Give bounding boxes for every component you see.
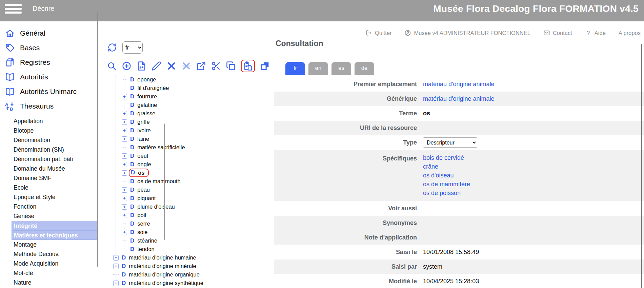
tree-node-label[interactable]: tendon — [137, 246, 154, 252]
expand-plus-icon[interactable]: + — [122, 213, 127, 218]
tree-node-label[interactable]: soie — [137, 229, 147, 235]
expand-plus-icon[interactable]: + — [122, 153, 127, 159]
contact-link[interactable]: Contact — [543, 30, 572, 36]
language-tab-de[interactable]: de — [355, 62, 374, 75]
thesaurus-category-domaine-du-musee[interactable]: Domaine du Musée — [12, 164, 97, 173]
thesaurus-category-denomination-pat-bati[interactable]: Dénomination pat. bâti — [12, 154, 97, 164]
thesaurus-category-fonction[interactable]: Fonction — [12, 202, 97, 211]
language-tab-en[interactable]: en — [308, 62, 328, 75]
thesaurus-category-denomination[interactable]: Dénomination — [12, 135, 97, 145]
tree-node-label[interactable]: graisse — [137, 110, 155, 117]
tree-node-label[interactable]: matière sacrificielle — [137, 144, 185, 151]
expand-plus-icon[interactable]: + — [113, 281, 119, 286]
tree-node-label[interactable]: piquant — [137, 195, 156, 201]
expand-plus-icon[interactable]: + — [122, 204, 127, 210]
thesaurus-category-denomination-sn[interactable]: Dénomination (SN) — [12, 145, 97, 154]
tree-node-label[interactable]: matériau d'origine humaine — [129, 254, 196, 261]
paste-icon[interactable] — [243, 61, 253, 71]
tree-node-label[interactable]: gélatine — [137, 102, 157, 108]
thesaurus-category-appellation[interactable]: Appellation — [12, 116, 97, 126]
expand-plus-icon[interactable]: + — [122, 170, 127, 176]
thesaurus-category-mode-acquisition[interactable]: Mode Acquisition — [12, 259, 97, 268]
specific-term-link[interactable]: bois de cervidé — [423, 153, 464, 162]
tree-node-label[interactable]: eponge — [137, 76, 156, 83]
copy-icon[interactable] — [226, 61, 236, 71]
cut-icon[interactable] — [211, 61, 221, 71]
tree-node-label[interactable]: os de mammouth — [137, 178, 180, 185]
thesaurus-category-methode-decouv[interactable]: Méthode Decouv. — [12, 249, 97, 259]
tree-node-label[interactable]: peau — [137, 187, 150, 193]
search-icon[interactable] — [107, 61, 117, 71]
tree-node-label[interactable]: griffe — [137, 119, 149, 125]
sidebar-item-bases[interactable]: Bases — [0, 40, 97, 55]
tree-node-label[interactable]: ivoire — [137, 127, 150, 134]
term-link[interactable]: matériau d'origine animale — [423, 95, 495, 102]
add-term-icon[interactable] — [122, 61, 132, 71]
add-document-icon[interactable]: s+ — [137, 61, 146, 71]
expand-plus-icon[interactable]: + — [122, 196, 127, 201]
about-link[interactable]: A propos — [619, 30, 641, 36]
tree-node-label[interactable]: laine — [137, 136, 149, 142]
page-scrollbar[interactable] — [641, 44, 642, 288]
thesaurus-category-epoque-et-style[interactable]: Époque et Style — [12, 192, 97, 202]
tree-node-label[interactable]: fil d'araignée — [137, 85, 169, 91]
specific-term-link[interactable]: os de poisson — [423, 189, 461, 197]
sidebar-scrollbar[interactable] — [97, 13, 98, 267]
specific-term-link[interactable]: os de mammifère — [423, 180, 470, 189]
sidebar-item-general[interactable]: Général — [0, 26, 97, 40]
tree-node-label[interactable]: matériau d'origine synthétique — [129, 280, 203, 286]
expand-plus-icon[interactable]: + — [122, 187, 127, 193]
sidebar-item-thesaurus[interactable]: ABThesaurus — [0, 99, 97, 113]
term-link[interactable]: matériau d'origine animale — [423, 81, 495, 88]
tree-scrollbar[interactable] — [164, 123, 165, 240]
tree-node-label[interactable]: plume d'oiseau — [137, 204, 175, 210]
expand-plus-icon[interactable]: + — [122, 128, 127, 133]
expand-plus-icon[interactable]: + — [122, 162, 127, 167]
sidebar-item-registres[interactable]: Registres — [0, 55, 97, 70]
field-row-saisi-le: Saisi le10/01/2008 15:58:49 — [274, 245, 644, 259]
refresh-icon[interactable] — [107, 43, 117, 52]
language-tab-fr[interactable]: fr — [285, 62, 305, 75]
thesaurus-category-domaine-smf[interactable]: Domaine SMF — [12, 173, 97, 183]
tree-node-label[interactable]: fourrure — [137, 93, 157, 100]
type-select[interactable]: Descripteur — [423, 137, 477, 148]
thesaurus-category-biotope[interactable]: Biotope — [12, 126, 97, 135]
tree-node-label[interactable]: os — [138, 170, 144, 176]
open-external-icon[interactable] — [196, 61, 206, 71]
tree-node-label[interactable]: stéarine — [137, 237, 157, 244]
quit-link[interactable]: Quitter — [365, 30, 392, 36]
expand-plus-icon[interactable]: + — [122, 119, 127, 125]
user-account[interactable]: Musée v4 ADMINISTRATEUR FONCTIONNEL — [404, 30, 530, 36]
tree-node-label[interactable]: serre — [137, 220, 150, 227]
delete-icon[interactable] — [166, 61, 176, 71]
thesaurus-category-nature[interactable]: Nature — [12, 278, 97, 287]
tree-node-label[interactable]: poil — [137, 212, 146, 218]
expand-plus-icon[interactable]: + — [122, 94, 127, 99]
tree-node-label[interactable]: oeuf — [137, 153, 148, 159]
expand-plus-icon[interactable]: + — [122, 111, 127, 116]
thesaurus-category-genese[interactable]: Genèse — [12, 211, 97, 221]
specific-term-link[interactable]: crâne — [423, 162, 438, 171]
expand-plus-icon[interactable]: + — [122, 136, 127, 142]
sidebar-item-autorites-unimarc[interactable]: Autorités Unimarc — [0, 84, 97, 99]
help-link[interactable]: ?Aide — [585, 30, 606, 36]
thesaurus-category-ecole[interactable]: Ecole — [12, 183, 97, 192]
thesaurus-category-matieres-et-techniques[interactable]: Matières et techniques — [12, 230, 97, 240]
expand-plus-icon[interactable]: + — [113, 255, 119, 261]
specific-term-link[interactable]: os d'oiseau — [423, 171, 454, 180]
menu-hamburger-icon[interactable] — [5, 4, 22, 14]
tree-node-label[interactable]: matériau d'origine organique — [129, 271, 200, 278]
tree-language-select[interactable]: fr — [122, 41, 143, 54]
tree-node-label[interactable]: matériau d'origine minérale — [129, 263, 196, 269]
expand-plus-icon[interactable]: + — [122, 230, 127, 235]
edit-icon[interactable] — [152, 61, 161, 71]
delete-disabled-icon[interactable] — [181, 61, 191, 71]
language-tab-es[interactable]: es — [331, 62, 351, 75]
expand-plus-icon[interactable]: + — [113, 264, 119, 269]
thesaurus-category-motcle[interactable]: Mot-clé — [12, 268, 97, 278]
tree-node-label[interactable]: ongle — [137, 161, 151, 168]
thesaurus-category-integrite[interactable]: Intégrité — [12, 221, 97, 230]
thesaurus-category-montage[interactable]: Montage — [12, 240, 97, 249]
duplicate-icon[interactable] — [260, 61, 270, 71]
sidebar-item-autorites[interactable]: Autorités — [0, 70, 97, 84]
